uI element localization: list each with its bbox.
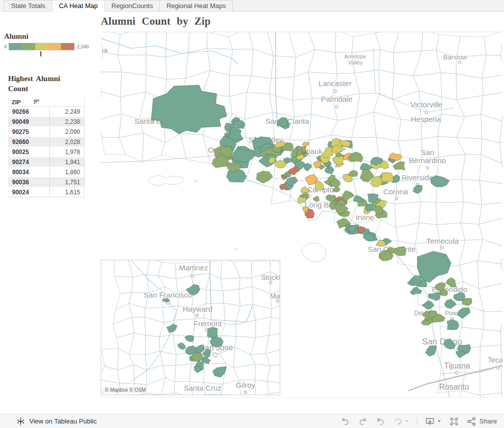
download-button[interactable] bbox=[425, 416, 442, 426]
undo-button[interactable] bbox=[340, 416, 350, 426]
map-attribution: © Mapbox © OSM bbox=[103, 387, 148, 393]
redo-icon bbox=[358, 416, 368, 426]
table-row[interactable]: 902662,249 bbox=[9, 107, 84, 117]
zip-cell: 90034 bbox=[9, 169, 49, 176]
count-cell: 2,090 bbox=[49, 127, 84, 136]
redo-button[interactable] bbox=[358, 416, 368, 426]
count-cell: 2,238 bbox=[49, 117, 84, 126]
zip-cell: 90275 bbox=[9, 128, 49, 135]
sort-descending-icon[interactable] bbox=[34, 100, 39, 104]
refresh-caret-icon bbox=[405, 419, 409, 423]
download-caret-icon bbox=[437, 419, 442, 423]
legend-color-segment bbox=[48, 43, 61, 50]
download-icon bbox=[425, 416, 435, 426]
tab-bar: State TotalsCA Heat MapRegionCountsRegio… bbox=[0, 0, 504, 12]
zip-cell: 90036 bbox=[9, 179, 49, 186]
count-cell: 1,860 bbox=[49, 167, 84, 177]
table-row[interactable]: 926602,028 bbox=[9, 137, 84, 147]
zip-cell: 90025 bbox=[9, 149, 49, 156]
zip-cell: 90024 bbox=[9, 189, 49, 196]
refresh-icon bbox=[393, 416, 403, 426]
tab-ca-heat-map[interactable]: CA Heat Map bbox=[52, 0, 105, 12]
table-row[interactable]: 900341,860 bbox=[9, 167, 84, 177]
tab-state-totals[interactable]: State Totals bbox=[4, 0, 52, 12]
zip-column-header[interactable]: ZIP bbox=[9, 99, 21, 105]
count-cell: 1,615 bbox=[49, 187, 84, 197]
table-header-row: ZIP bbox=[9, 98, 84, 107]
ranking-title: Highest Alumni Count bbox=[8, 74, 74, 94]
tableau-logo-icon bbox=[16, 417, 25, 426]
view-on-tableau-public-button[interactable]: View on Tableau Public bbox=[0, 417, 97, 426]
legend-title: Alumni bbox=[4, 32, 97, 41]
share-icon bbox=[467, 416, 477, 426]
undo-icon bbox=[340, 416, 350, 426]
page-title: Alumni Count by Zip bbox=[101, 15, 502, 32]
legend-color-segment bbox=[35, 43, 48, 50]
legend-tick-mark bbox=[40, 51, 41, 56]
toolbar-actions: Share bbox=[340, 416, 504, 426]
count-cell: 1,978 bbox=[49, 147, 84, 157]
zip-cell: 92660 bbox=[9, 138, 49, 146]
replay-icon bbox=[375, 416, 386, 426]
table-row[interactable]: 900241,615 bbox=[9, 187, 84, 197]
zip-cell: 90049 bbox=[9, 118, 49, 125]
inset-choropleth-layer[interactable] bbox=[101, 260, 280, 395]
fullscreen-icon bbox=[449, 416, 459, 426]
tab-regioncounts[interactable]: RegionCounts bbox=[105, 0, 160, 12]
alumni-color-legend: Alumni 0 2,500 bbox=[4, 32, 97, 50]
count-cell: 1,751 bbox=[49, 177, 84, 187]
legend-max-label: 2,500 bbox=[77, 44, 89, 49]
tab-regional-heat-maps[interactable]: Regional Heat Maps bbox=[160, 0, 233, 12]
tab-bar-filler bbox=[233, 0, 504, 12]
share-label: Share bbox=[479, 417, 497, 425]
legend-min-label: 0 bbox=[4, 44, 7, 49]
count-cell: 1,941 bbox=[49, 157, 84, 167]
legend-color-segment bbox=[61, 43, 74, 50]
refresh-button[interactable] bbox=[393, 416, 409, 426]
legend-color-ramp[interactable] bbox=[9, 43, 75, 50]
count-cell: 2,249 bbox=[49, 107, 84, 116]
table-row[interactable]: 900492,238 bbox=[9, 117, 84, 127]
table-row[interactable]: 900361,751 bbox=[9, 177, 84, 187]
zip-cell: 90266 bbox=[9, 108, 49, 115]
table-row[interactable]: 902741,941 bbox=[9, 157, 84, 167]
bay-area-inset-map[interactable]: MartinezStocktoSan FranciscoMantHaywardF… bbox=[101, 260, 280, 395]
share-button[interactable]: Share bbox=[467, 416, 497, 426]
toolbar-divider bbox=[417, 417, 417, 425]
legend-color-segment bbox=[22, 43, 35, 50]
fullscreen-button[interactable] bbox=[449, 416, 459, 426]
table-row[interactable]: 902752,090 bbox=[9, 127, 84, 137]
replay-button[interactable] bbox=[375, 416, 386, 426]
table-row[interactable]: 900251,978 bbox=[9, 147, 84, 157]
count-cell: 2,028 bbox=[49, 137, 84, 147]
legend-color-segment bbox=[9, 43, 22, 50]
zip-cell: 90274 bbox=[9, 159, 49, 166]
highest-alumni-table: ZIP 902662,249900492,238902752,090926602… bbox=[8, 98, 85, 197]
ca-heat-map[interactable]: iaAntelope ValleyBarstowLancasterPalmdal… bbox=[101, 32, 502, 398]
view-on-tableau-public-label: View on Tableau Public bbox=[29, 417, 97, 425]
tableau-toolbar: View on Tableau Public Share bbox=[0, 414, 504, 428]
